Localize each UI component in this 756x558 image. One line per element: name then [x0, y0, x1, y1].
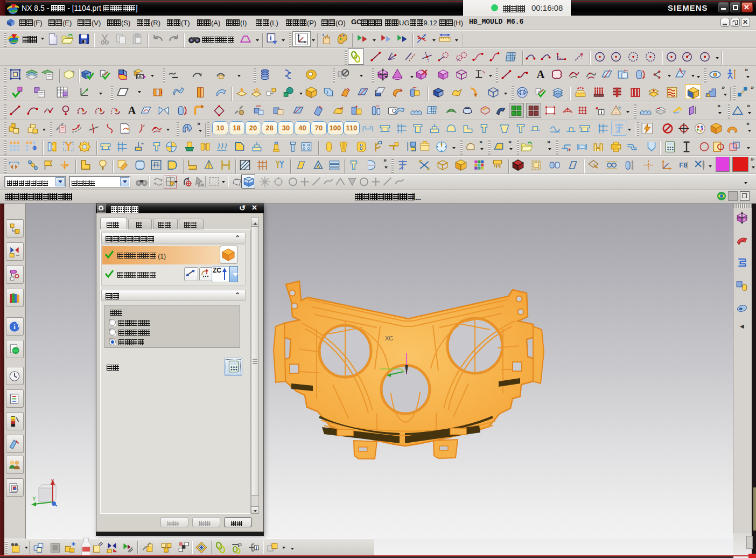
svg-text:i: i — [600, 109, 602, 115]
svg-text:A: A — [128, 104, 136, 116]
svg-text:Y: Y — [32, 496, 36, 502]
svg-text:F8: F8 — [679, 161, 687, 169]
svg-text:ABC: ABC — [136, 75, 144, 79]
svg-text:i: i — [270, 33, 272, 41]
svg-text:X: X — [51, 479, 54, 485]
svg-text:A: A — [537, 68, 545, 80]
svg-text:i: i — [256, 545, 257, 550]
svg-text:XC: XC — [385, 335, 393, 341]
svg-text:i: i — [13, 322, 16, 330]
